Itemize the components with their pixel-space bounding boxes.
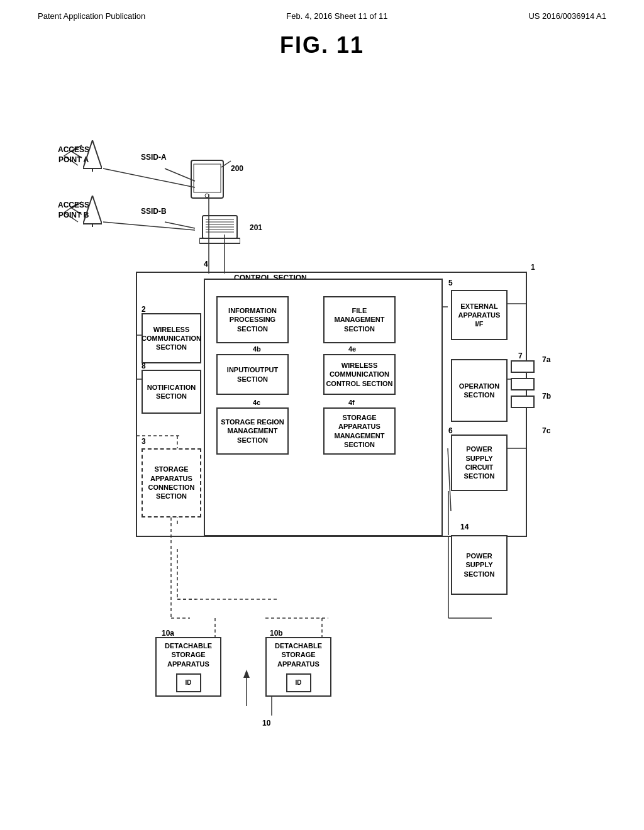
header-middle: Feb. 4, 2016 Sheet 11 of 11 [286, 11, 387, 21]
svg-line-4 [165, 222, 195, 228]
label-1: 1 [531, 263, 535, 273]
ssid-a-label: SSID-A [141, 153, 167, 163]
ssid-b-label: SSID-B [141, 207, 167, 217]
storage-app-connection-box: STORAGE APPARATUS CONNECTION SECTION [142, 448, 201, 517]
svg-marker-37 [83, 196, 102, 224]
header-left: Patent Application Publication [38, 11, 145, 21]
svg-line-1 [103, 169, 195, 187]
header-right: US 2016/0036914 A1 [528, 11, 606, 21]
svg-point-35 [205, 194, 209, 197]
wireless-comm-control-box: WIRELESS COMMUNICATION CONTROL SECTION [323, 354, 396, 395]
label-10: 10 [262, 719, 270, 729]
storage-region-mgmt-box: STORAGE REGION MANAGEMENT SECTION [216, 407, 289, 455]
op-button-7b[interactable] [511, 378, 535, 390]
operation-section-box: OPERATION SECTION [451, 359, 508, 422]
label-4b: 4b [253, 345, 261, 353]
wireless-comm-box: WIRELESS COMMUNICATION SECTION [142, 313, 201, 363]
detachable-storage-b-box: DETACHABLE STORAGE APPARATUS ID [265, 637, 331, 697]
ap-a-icon [83, 140, 102, 172]
svg-line-36 [221, 161, 231, 167]
page-header: Patent Application Publication Feb. 4, 2… [0, 0, 644, 21]
label-4: 4 [204, 260, 208, 270]
label-4c: 4c [253, 398, 260, 407]
arrow-200 [221, 158, 234, 170]
label-7c: 7c [542, 426, 550, 436]
op-button-7a[interactable] [511, 360, 535, 373]
label-3: 3 [142, 437, 146, 447]
input-output-box: INPUT/OUTPUT SECTION [216, 354, 289, 395]
svg-marker-26 [243, 670, 250, 678]
detachable-storage-a-box: DETACHABLE STORAGE APPARATUS ID [155, 637, 221, 697]
external-apparatus-box: EXTERNAL APPARATUS I/F [451, 290, 508, 340]
power-supply-section-box: POWER SUPPLY SECTION [451, 535, 508, 595]
op-button-7c[interactable] [511, 396, 535, 408]
label-201: 201 [250, 223, 262, 233]
op-buttons [511, 360, 535, 408]
label-7b: 7b [542, 392, 551, 402]
file-management-box: FILE MANAGEMENT SECTION [323, 296, 396, 343]
label-14: 14 [460, 523, 469, 533]
laptop-icon [199, 214, 240, 246]
info-processing-box: INFORMATION PROCESSING SECTION [216, 296, 289, 343]
label-7a: 7a [542, 355, 550, 365]
tablet-icon [190, 159, 225, 200]
power-supply-circuit-box: POWER SUPPLY CIRCUIT SECTION [451, 434, 508, 491]
label-4f: 4f [348, 398, 355, 407]
svg-rect-34 [194, 164, 221, 192]
svg-rect-47 [199, 238, 240, 243]
fig-title: FIG. 11 [0, 32, 644, 58]
svg-marker-30 [83, 140, 102, 169]
ap-b-icon [83, 196, 102, 227]
diagram-container: ACCESS POINT A SSID-A 200 ACCESS POINT B… [39, 71, 605, 763]
svg-line-2 [103, 222, 195, 230]
label-5: 5 [448, 279, 453, 289]
label-4e: 4e [348, 345, 356, 353]
notification-box: NOTIFICATION SECTION [142, 370, 201, 414]
storage-app-mgmt-box: STORAGE APPARATUS MANAGEMENT SECTION [323, 407, 396, 455]
